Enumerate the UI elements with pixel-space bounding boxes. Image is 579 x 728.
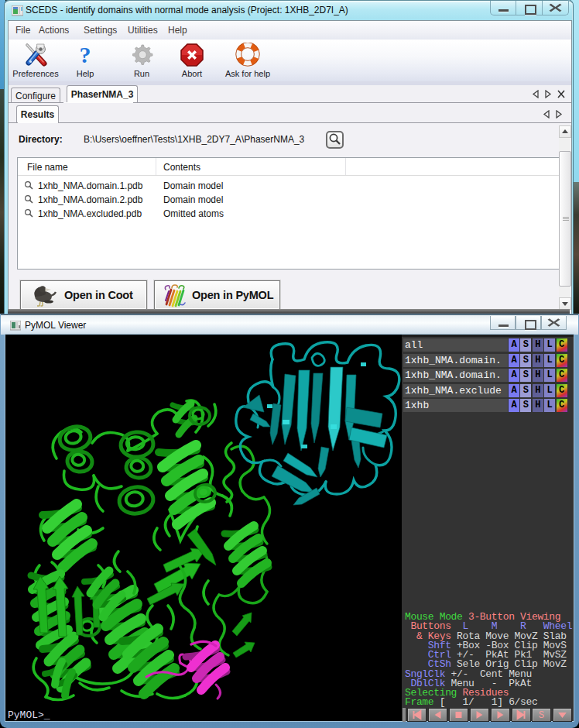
svg-text:S: S: [539, 710, 544, 721]
svg-text:?: ?: [80, 43, 91, 67]
